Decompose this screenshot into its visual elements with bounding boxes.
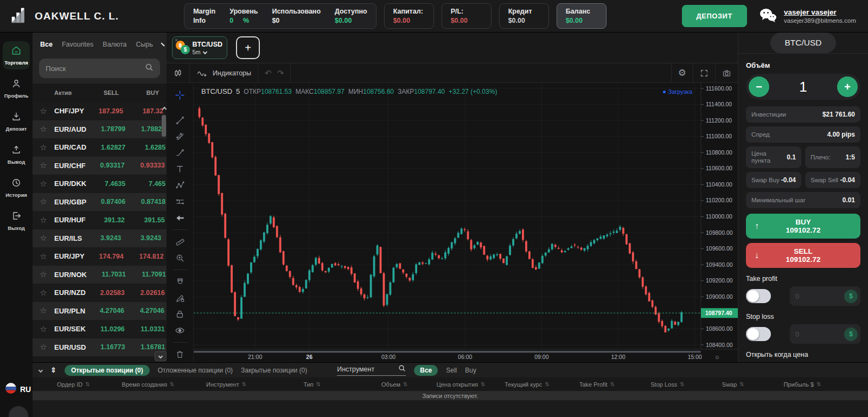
sell-price[interactable]: 2.02583	[86, 289, 125, 297]
pattern-tool-icon[interactable]	[170, 177, 190, 193]
sidebar-item-profile[interactable]: Профиль	[3, 74, 30, 102]
sell-price[interactable]: 1.62827	[86, 144, 125, 151]
candle-style-icon[interactable]	[173, 68, 183, 78]
brush-tool-icon[interactable]	[170, 145, 190, 161]
tab-all[interactable]: Все	[40, 41, 53, 48]
buy-price[interactable]: 0.93333	[125, 162, 165, 169]
watchlist-row[interactable]: ☆EUR/DKK7.46357.465	[33, 175, 167, 193]
interval-selector[interactable]: 5m	[192, 49, 222, 55]
crosshair-tool-icon[interactable]	[170, 87, 190, 103]
watchlist-row[interactable]: ☆EUR/HUF391.32391.55	[33, 211, 167, 229]
arrow-tool-icon[interactable]	[170, 210, 190, 226]
sidebar-item-deposit[interactable]: Депозит	[3, 107, 30, 136]
column-header[interactable]: Stop Loss⇅	[650, 381, 722, 388]
tab-closed-positions[interactable]: Закрытые позиции (0)	[241, 367, 307, 374]
tab-currency[interactable]: Валюта	[103, 41, 126, 48]
favourite-star-icon[interactable]: ☆	[33, 197, 54, 207]
sidebar-item-history[interactable]: История	[3, 174, 30, 202]
favourite-star-icon[interactable]: ☆	[33, 306, 54, 316]
watchlist-row[interactable]: ☆EUR/CAD1.628271.6285	[33, 138, 167, 157]
favourite-star-icon[interactable]: ☆	[33, 233, 54, 243]
buy-price[interactable]: 7.465	[125, 180, 165, 188]
buy-price[interactable]: 2.02616	[125, 289, 165, 297]
sell-price[interactable]: 0.93317	[86, 162, 125, 169]
column-header[interactable]: Время создания⇅	[122, 381, 206, 388]
wechat-icon[interactable]	[759, 7, 777, 25]
sell-price[interactable]: 3.9243	[82, 234, 121, 242]
trendline-tool-icon[interactable]	[170, 112, 190, 128]
text-tool-icon[interactable]	[170, 161, 190, 177]
stop-loss-toggle[interactable]	[746, 327, 771, 341]
watchlist-row[interactable]: ☆EUR/GBP0.874060.87418	[33, 193, 167, 211]
fullscreen-icon[interactable]	[700, 69, 709, 78]
instrument-filter-input[interactable]	[337, 365, 394, 373]
sell-price[interactable]: 174.794	[85, 253, 124, 260]
indicators-label[interactable]: Индикаторы	[213, 69, 251, 77]
column-header[interactable]: Ордер ID⇅	[57, 381, 122, 388]
column-header[interactable]: Take Profit⇅	[579, 381, 651, 388]
buy-price[interactable]: 174.812	[124, 253, 164, 260]
chart-tab-btcusd[interactable]: × ฿$ BTC/USD 5m	[172, 36, 227, 59]
camera-icon[interactable]	[722, 69, 731, 78]
drawing-lock-icon[interactable]	[170, 290, 190, 306]
support-circle[interactable]	[9, 406, 28, 417]
buy-price[interactable]: 391.55	[125, 216, 165, 224]
collapse-panel-icon[interactable]	[39, 368, 43, 372]
scroll-down-button[interactable]	[155, 351, 167, 361]
tab-commodities[interactable]: Сырь	[136, 41, 153, 48]
sell-price[interactable]: 7.4635	[86, 180, 125, 188]
volume-decrease-button[interactable]: −	[749, 76, 769, 97]
favourite-star-icon[interactable]: ☆	[33, 215, 54, 225]
sell-price[interactable]: 1.16773	[86, 343, 125, 351]
watchlist-search-input[interactable]	[46, 65, 145, 73]
favourite-star-icon[interactable]: ☆	[33, 143, 54, 152]
scrollbar-thumb[interactable]	[162, 115, 166, 137]
watchlist-row[interactable]: ☆EUR/ILS3.92433.9243	[33, 229, 167, 248]
language-selector[interactable]: RU	[5, 383, 31, 395]
scroll-up-icon[interactable]	[163, 103, 166, 113]
favourite-star-icon[interactable]: ☆	[33, 124, 54, 134]
favourite-star-icon[interactable]: ☆	[33, 324, 54, 334]
buy-price[interactable]: 11.7091	[126, 271, 166, 278]
filter-sell[interactable]: Sell	[446, 367, 457, 374]
watchlist-scrollbar[interactable]	[161, 84, 167, 362]
sell-price[interactable]: 1.78799	[86, 125, 125, 133]
column-header[interactable]: Цена открытия⇅	[437, 381, 505, 388]
pitchfork-tool-icon[interactable]	[170, 129, 190, 144]
watchlist-row[interactable]: ☆EUR/SEK11.029611.0331	[33, 320, 167, 338]
undo-icon[interactable]: ↶	[265, 69, 272, 77]
buy-price[interactable]: 11.0331	[125, 325, 165, 333]
sidebar-item-logout[interactable]: Выход	[3, 207, 30, 235]
sell-price[interactable]: 11.7031	[87, 271, 126, 278]
take-profit-toggle[interactable]	[746, 289, 771, 303]
stop-loss-input[interactable]	[795, 330, 833, 338]
user-block[interactable]: vasejer vasejer vasejer389@bitmens.com	[784, 8, 859, 24]
deposit-button[interactable]: ДЕПОЗИТ	[682, 5, 747, 27]
buy-price[interactable]: 0.87418	[125, 198, 165, 206]
favourite-star-icon[interactable]: ☆	[33, 288, 54, 298]
favourite-star-icon[interactable]: ☆	[33, 179, 54, 189]
sell-button[interactable]: ↓ SELL 109102.72	[746, 243, 860, 268]
watchlist-searchbox[interactable]	[39, 59, 160, 78]
favourite-star-icon[interactable]: ☆	[33, 342, 54, 352]
volume-increase-button[interactable]: +	[837, 76, 858, 97]
watchlist-row[interactable]: ☆CHF/JPY187.295187.32	[33, 102, 167, 120]
zoom-in-tool-icon[interactable]	[170, 250, 190, 266]
buy-price[interactable]: 1.6285	[125, 144, 165, 151]
indicators-icon[interactable]	[196, 68, 207, 78]
column-header[interactable]: Swap⇅	[722, 381, 784, 388]
favourite-star-icon[interactable]: ☆	[33, 252, 54, 261]
take-profit-input[interactable]	[795, 292, 833, 300]
sell-price[interactable]: 187.295	[84, 107, 123, 115]
column-header[interactable]: Тип⇅	[303, 381, 381, 388]
magnet-tool-icon[interactable]	[170, 274, 190, 290]
watchlist-row[interactable]: ☆EUR/JPY174.794174.812	[33, 247, 167, 266]
favourite-star-icon[interactable]: ☆	[33, 106, 54, 116]
tabs-more-chevron-icon[interactable]	[161, 42, 164, 46]
tab-pending-positions[interactable]: Отложенные позиции (0)	[158, 367, 233, 374]
buy-price[interactable]: 1.78824	[125, 125, 165, 133]
column-header[interactable]: Текущий курс⇅	[505, 381, 579, 388]
watchlist-row[interactable]: ☆EUR/NZD2.025832.02616	[33, 284, 167, 302]
redo-icon[interactable]: ↷	[277, 69, 284, 77]
user-name[interactable]: vasejer vasejer	[784, 8, 856, 16]
